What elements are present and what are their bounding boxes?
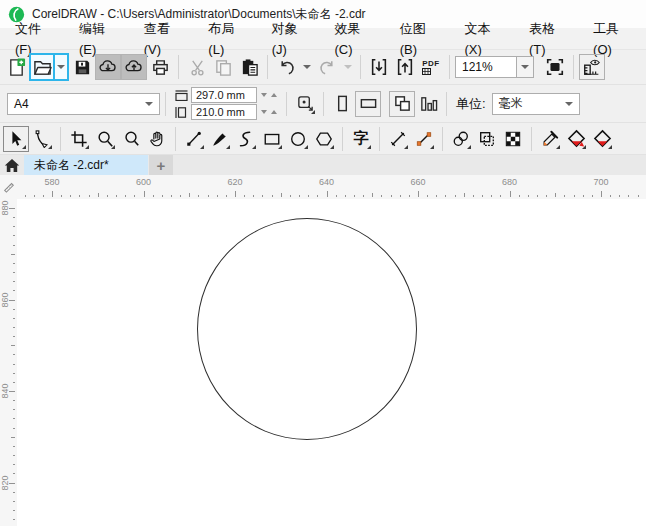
cloud-upload-button[interactable] — [121, 54, 147, 80]
portrait-button[interactable] — [329, 91, 355, 117]
mesh-pattern-tool[interactable] — [500, 126, 526, 152]
all-pages-icon — [393, 94, 412, 113]
freehand-tool[interactable] — [181, 126, 207, 152]
artistic-media-tool[interactable] — [207, 126, 233, 152]
open-button[interactable] — [29, 53, 55, 81]
vertical-ruler[interactable]: 820840860880 — [0, 199, 17, 526]
ruler-tick — [427, 195, 428, 197]
fullscreen-preview-button[interactable] — [542, 54, 568, 80]
landscape-button[interactable] — [355, 91, 381, 117]
polygon-tool[interactable] — [311, 126, 337, 152]
nudge-offset-button[interactable] — [292, 91, 318, 117]
rectangle-tool[interactable] — [259, 126, 285, 152]
units-combo[interactable]: 毫米 — [492, 93, 580, 115]
menu-text[interactable]: 文本(X) — [451, 18, 516, 60]
show-rulers-button[interactable] — [579, 54, 605, 80]
text-tool-icon: 字 — [354, 129, 369, 148]
ruler-tick — [555, 193, 556, 197]
save-button[interactable] — [69, 54, 95, 80]
ruler-tick — [308, 195, 309, 197]
pan-tool[interactable] — [144, 126, 170, 152]
nudge-offset-icon — [296, 94, 315, 113]
ruler-tick — [464, 193, 465, 197]
eyedropper-tool[interactable] — [537, 126, 563, 152]
canvas[interactable] — [17, 199, 646, 526]
ruler-tick — [13, 318, 15, 319]
ruler-tick — [482, 195, 483, 197]
ruler-tick — [13, 455, 15, 456]
ruler-label: 680 — [502, 177, 517, 187]
ruler-tick — [162, 195, 163, 197]
zoom-tool[interactable] — [92, 126, 118, 152]
open-dropdown-button[interactable] — [55, 53, 69, 81]
undo-dropdown-button[interactable] — [299, 54, 314, 80]
new-document-icon — [7, 58, 26, 77]
ruler-tick — [500, 195, 501, 197]
current-page-icon — [419, 94, 438, 113]
home-icon — [4, 158, 20, 173]
all-pages-button[interactable] — [389, 91, 415, 117]
page-height-spinner[interactable] — [257, 104, 281, 120]
ellipse-tool[interactable] — [285, 126, 311, 152]
ruler-tick — [601, 191, 602, 197]
crop-tool[interactable] — [66, 126, 92, 152]
ruler-tick — [13, 309, 15, 310]
horizontal-ruler[interactable]: 580600620640660680700 — [17, 175, 646, 199]
current-page-button[interactable] — [415, 91, 441, 117]
zoom-level-dropdown-button[interactable] — [517, 56, 534, 78]
ruler-tick — [299, 195, 300, 197]
ruler-tick — [198, 195, 199, 197]
drop-shadow-tool[interactable] — [448, 126, 474, 152]
ruler-tick — [13, 235, 15, 236]
smart-fill-tool[interactable] — [589, 126, 615, 152]
import-icon — [369, 57, 389, 77]
ruler-tick — [13, 290, 15, 291]
shape-tool[interactable] — [29, 126, 55, 152]
cloud-download-button[interactable] — [95, 54, 121, 80]
connector-tool[interactable] — [411, 126, 437, 152]
bezier-tool[interactable] — [233, 126, 259, 152]
ruler-tick — [564, 195, 565, 197]
ruler-tick — [290, 195, 291, 197]
page-width-field[interactable]: 297.0 mm — [191, 87, 257, 103]
ruler-tick — [13, 409, 15, 410]
plus-icon: + — [157, 157, 166, 174]
ruler-tick — [13, 354, 15, 355]
page-size-dropdown-icon — [145, 102, 153, 106]
ruler-origin-button[interactable] — [0, 175, 17, 199]
print-button[interactable] — [147, 54, 173, 80]
ruler-tick — [61, 195, 62, 197]
interactive-fill-tool[interactable] — [563, 126, 589, 152]
page-size-combo[interactable]: A4 — [7, 93, 160, 115]
page-width-spinner[interactable] — [257, 87, 281, 103]
paste-button[interactable] — [236, 54, 262, 80]
ellipse-shape[interactable] — [197, 218, 417, 440]
new-tab-button[interactable]: + — [149, 155, 173, 175]
spin-down-icon — [261, 93, 267, 97]
transparency-tool[interactable] — [474, 126, 500, 152]
page-height-field[interactable]: 210.0 mm — [191, 104, 257, 120]
ruler-label: 840 — [0, 376, 10, 406]
home-button[interactable] — [0, 155, 24, 175]
zoom-level-combo[interactable]: 121% — [455, 56, 517, 78]
save-icon — [73, 58, 92, 77]
document-tab-active[interactable]: 未命名 -2.cdr* — [24, 155, 148, 175]
rectangle-tool-icon — [263, 130, 281, 148]
zoom-tool-icon — [96, 130, 114, 148]
pick-tool[interactable] — [3, 126, 29, 152]
ruler-tick — [354, 195, 355, 197]
text-tool[interactable]: 字 — [348, 126, 374, 152]
portrait-icon — [333, 94, 352, 113]
ruler-tick — [13, 446, 15, 447]
freehand-tool-icon — [185, 130, 203, 148]
dimension-tool[interactable] — [385, 126, 411, 152]
export-button[interactable] — [392, 54, 418, 80]
ruler-tick — [592, 195, 593, 197]
publish-pdf-button[interactable]: PDF — [418, 54, 444, 80]
import-button[interactable] — [366, 54, 392, 80]
zoom-out-tool[interactable] — [118, 126, 144, 152]
new-document-button[interactable] — [3, 54, 29, 80]
open-icon — [33, 58, 52, 77]
ruler-tick — [13, 473, 15, 474]
undo-button[interactable] — [273, 54, 299, 80]
